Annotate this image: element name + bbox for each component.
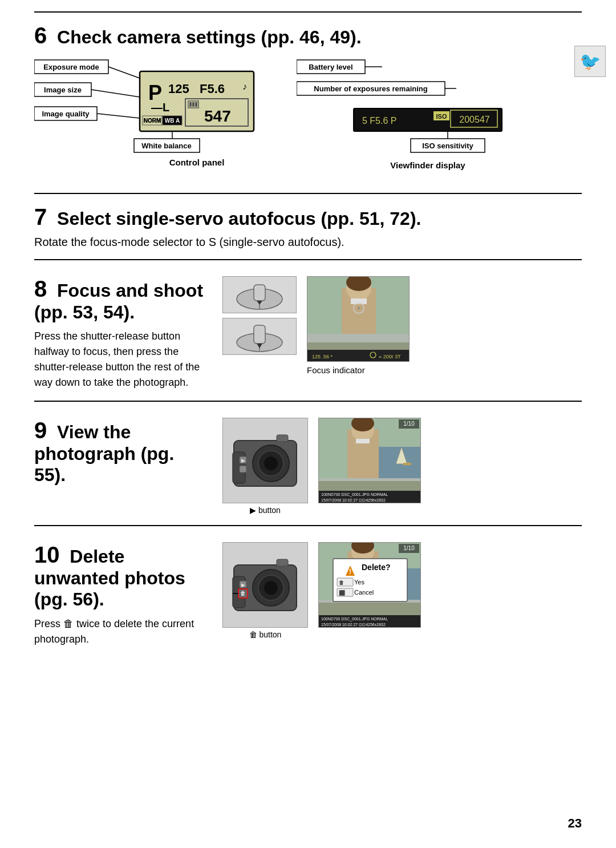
- step-6-number: 6: [34, 23, 47, 48]
- svg-text:1/10: 1/10: [403, 421, 415, 427]
- section-7-title: 7 Select single-servo autofocus (pp. 51,…: [34, 204, 582, 230]
- section-8-images: 125 .56 * = 200r 3T Focus indicator: [222, 276, 582, 375]
- vf-scene-svg: 125 .56 * = 200r 3T: [307, 277, 410, 362]
- svg-point-70: [264, 457, 278, 470]
- section-7: 7 Select single-servo autofocus (pp. 51,…: [34, 193, 582, 249]
- section-8-text: 8 Focus and shoot (pp. 53, 54). Press th…: [34, 276, 205, 390]
- section-10-body: Press 🗑 twice to delete the current phot…: [34, 616, 205, 647]
- svg-rect-17: [189, 102, 192, 107]
- section-9-images: ▶ ▶ button: [222, 418, 582, 515]
- camera-diagram: Exposure mode Image size Image quality P: [34, 54, 582, 183]
- svg-text:Image size: Image size: [44, 86, 82, 94]
- section-8-body: Press the shutter-release button halfway…: [34, 329, 205, 390]
- section-8: 8 Focus and shoot (pp. 53, 54). Press th…: [34, 259, 582, 390]
- svg-rect-74: [240, 466, 246, 473]
- section-8-vf: 125 .56 * = 200r 3T Focus indicator: [307, 276, 410, 375]
- svg-text:!: !: [349, 568, 351, 576]
- section-10-text: 10 Delete unwanted photos (pg. 56). Pres…: [34, 542, 205, 647]
- svg-text:15/07/2008 10:02:27   ⊡⊡4256x2: 15/07/2008 10:02:27 ⊡⊡4256x2832: [321, 623, 386, 627]
- play-screen-box: 100ND700 DSC_0001.JPG NORMAL 15/07/2008 …: [318, 418, 421, 503]
- control-panel-area: Exposure mode Image size Image quality P: [34, 54, 285, 183]
- hand-icon-1: [228, 279, 291, 310]
- svg-rect-19: [195, 102, 197, 107]
- delete-scene-svg: ! Delete? 🗑 Yes ⬛ Cancel: [319, 543, 421, 628]
- svg-text:Exposure mode: Exposure mode: [43, 63, 99, 71]
- svg-text:White balance: White balance: [141, 142, 191, 150]
- section-10: 10 Delete unwanted photos (pg. 56). Pres…: [34, 525, 582, 647]
- svg-rect-71: [277, 435, 288, 442]
- section-9-title: 9 View the photograph (pg. 55).: [34, 418, 205, 486]
- section-9: 9 View the photograph (pg. 55).: [34, 401, 582, 515]
- svg-text:1/10: 1/10: [403, 545, 415, 551]
- svg-rect-78: [403, 463, 411, 465]
- section-9-button-label: ▶ button: [222, 506, 308, 515]
- svg-rect-51: [254, 325, 265, 344]
- camera-body-svg-9: ▶: [228, 423, 302, 498]
- svg-text:♪: ♪: [242, 82, 247, 91]
- svg-rect-94: [277, 559, 288, 566]
- camera-illus-box-9: ▶: [222, 418, 308, 503]
- svg-rect-81: [356, 439, 370, 443]
- svg-text:Delete?: Delete?: [362, 563, 391, 572]
- section-10-content: 10 Delete unwanted photos (pg. 56). Pres…: [34, 542, 582, 647]
- svg-rect-47: [254, 285, 265, 301]
- svg-text:100ND700  DSC_0001.JPG   NORMA: 100ND700 DSC_0001.JPG NORMAL: [321, 617, 388, 621]
- section-10-button-label: 🗑 button: [222, 630, 308, 639]
- svg-text:Control panel: Control panel: [169, 158, 225, 167]
- hand-icon-2: [228, 321, 291, 352]
- step-7-number: 7: [34, 204, 47, 229]
- camera-body-illus-10: ▶ 🗑 🗑 button: [222, 542, 308, 639]
- section-9-content: 9 View the photograph (pg. 55).: [34, 418, 582, 515]
- svg-text:🗑: 🗑: [240, 590, 246, 596]
- section-7-heading: Select single-servo autofocus (pp. 51, 7…: [57, 208, 421, 229]
- camera-illus-box-10: ▶ 🗑: [222, 542, 308, 628]
- svg-point-61: [358, 307, 360, 309]
- right-panel: Battery level Number of exposures remain…: [297, 54, 536, 183]
- section-9-text: 9 View the photograph (pg. 55).: [34, 418, 205, 491]
- page: 🐦 6 Check camera settings (pp. 46, 49). …: [0, 0, 616, 848]
- camera-body-svg-10: ▶ 🗑: [228, 548, 302, 622]
- svg-text:5  F5.6 P: 5 F5.6 P: [362, 116, 396, 126]
- svg-text:⬛: ⬛: [339, 589, 346, 596]
- svg-text:Cancel: Cancel: [354, 589, 374, 596]
- svg-text:ISO: ISO: [436, 113, 447, 120]
- section-8-title: 8 Focus and shoot (pp. 53, 54).: [34, 276, 205, 323]
- section-7-body: Rotate the focus-mode selector to S (sin…: [34, 236, 582, 249]
- svg-text:🗑: 🗑: [339, 580, 344, 585]
- step-9-number: 9: [34, 418, 47, 443]
- svg-text:Viewfinder display: Viewfinder display: [390, 160, 465, 170]
- svg-line-2: [108, 67, 140, 78]
- control-panel-svg: Exposure mode Image size Image quality P: [34, 54, 285, 180]
- svg-text:▶: ▶: [241, 458, 245, 463]
- shutter-illustrations: [222, 276, 297, 375]
- svg-text:100ND700  DSC_0001.JPG   NORMA: 100ND700 DSC_0001.JPG NORMAL: [321, 492, 388, 497]
- svg-line-8: [97, 114, 140, 118]
- svg-text:Image quality: Image quality: [42, 110, 90, 118]
- camera-body-illus-9: ▶ ▶ button: [222, 418, 308, 515]
- delete-screen-10: ! Delete? 🗑 Yes ⬛ Cancel: [318, 542, 421, 639]
- svg-text:F5.6: F5.6: [200, 82, 225, 96]
- svg-text:125  .56 *: 125 .56 *: [312, 354, 333, 360]
- svg-text:Number of exposures remaining: Number of exposures remaining: [314, 84, 427, 93]
- playback-screen-9: 100ND700 DSC_0001.JPG NORMAL 15/07/2008 …: [318, 418, 421, 515]
- step-8-number: 8: [34, 276, 47, 301]
- shutter-step-2: [222, 318, 297, 355]
- section-6: 6 Check camera settings (pp. 46, 49). Ex…: [34, 11, 582, 183]
- svg-text:WB A: WB A: [165, 118, 180, 124]
- svg-line-5: [91, 90, 140, 97]
- svg-text:= 200r 3T: = 200r 3T: [379, 354, 401, 360]
- svg-text:Battery level: Battery level: [309, 63, 352, 71]
- svg-text:Yes: Yes: [354, 579, 364, 585]
- svg-rect-18: [192, 102, 194, 107]
- svg-text:ISO sensitivity: ISO sensitivity: [422, 142, 473, 150]
- svg-text:200547: 200547: [459, 115, 489, 124]
- step-10-number: 10: [34, 542, 60, 567]
- right-panel-svg: Battery level Number of exposures remain…: [297, 54, 536, 180]
- trash-symbol: 🗑: [63, 617, 74, 629]
- page-number: 23: [568, 816, 582, 831]
- svg-text:—L: —L: [151, 101, 169, 114]
- svg-point-93: [264, 581, 278, 595]
- section-6-heading: Check camera settings (pp. 46, 49).: [57, 27, 362, 47]
- shutter-step-1: [222, 276, 297, 313]
- svg-text:NORM: NORM: [144, 118, 161, 124]
